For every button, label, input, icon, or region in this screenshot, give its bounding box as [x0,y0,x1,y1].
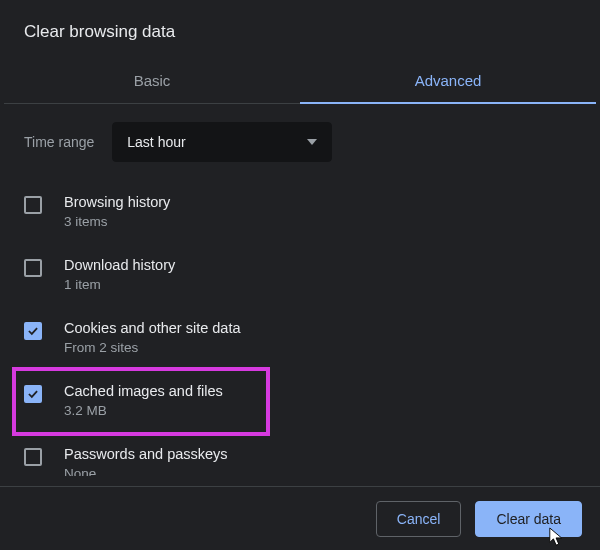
items-list: Browsing history3 itemsDownload history1… [4,184,596,476]
tab-basic[interactable]: Basic [4,60,300,103]
time-range-row: Time range Last hour [4,104,596,184]
tab-advanced[interactable]: Advanced [300,60,596,103]
option-title: Cookies and other site data [64,320,241,336]
option-text: Passwords and passkeysNone [64,446,228,476]
checkbox-cookies[interactable] [24,322,42,340]
checkmark-icon [26,387,40,401]
time-range-value: Last hour [127,134,185,150]
checkbox-download-history[interactable] [24,259,42,277]
option-text: Download history1 item [64,257,175,292]
option-title: Cached images and files [64,383,223,399]
dialog-title: Clear browsing data [4,0,596,60]
checkmark-icon [26,324,40,338]
option-text: Cookies and other site dataFrom 2 sites [64,320,241,355]
chevron-down-icon [307,139,317,145]
option-subtitle: 3 items [64,214,170,229]
dialog-footer: Cancel Clear data [0,486,600,550]
checkbox-cache[interactable] [24,385,42,403]
option-download-history: Download history1 item [24,247,586,310]
option-title: Passwords and passkeys [64,446,228,462]
clear-data-button[interactable]: Clear data [475,501,582,537]
option-title: Browsing history [64,194,170,210]
option-subtitle: 1 item [64,277,175,292]
option-passwords: Passwords and passkeysNone [24,436,586,476]
option-text: Browsing history3 items [64,194,170,229]
option-text: Cached images and files3.2 MB [64,383,223,418]
option-title: Download history [64,257,175,273]
time-range-select[interactable]: Last hour [112,122,332,162]
option-subtitle: None [64,466,228,476]
cancel-button[interactable]: Cancel [376,501,462,537]
time-range-label: Time range [24,134,94,150]
option-subtitle: From 2 sites [64,340,241,355]
checkbox-browsing-history[interactable] [24,196,42,214]
option-browsing-history: Browsing history3 items [24,184,586,247]
checkbox-passwords[interactable] [24,448,42,466]
option-cache: Cached images and files3.2 MB [24,373,586,436]
option-cookies: Cookies and other site dataFrom 2 sites [24,310,586,373]
tabs: Basic Advanced [4,60,596,104]
option-subtitle: 3.2 MB [64,403,223,418]
